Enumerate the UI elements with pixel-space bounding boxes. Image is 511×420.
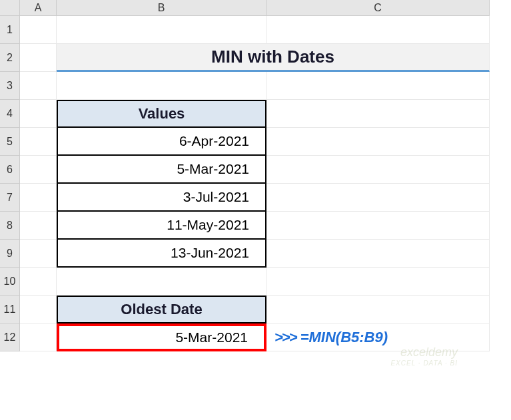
cell-a2[interactable] xyxy=(20,44,57,72)
formula-text: =MIN(B5:B9) xyxy=(300,329,388,346)
cell-a10[interactable] xyxy=(20,268,57,296)
cell-a9[interactable] xyxy=(20,240,57,268)
row-header-5[interactable]: 5 xyxy=(0,128,20,156)
col-header-a[interactable]: A xyxy=(20,0,57,16)
value-cell-1[interactable]: 6-Apr-2021 xyxy=(57,128,266,156)
spreadsheet-grid: A B C 1 2 MIN with Dates 3 4 Values 5 6-… xyxy=(0,0,490,351)
row-header-4[interactable]: 4 xyxy=(0,100,20,128)
cell-c3[interactable] xyxy=(266,72,490,100)
row-header-12[interactable]: 12 xyxy=(0,323,20,351)
value-cell-5[interactable]: 13-Jun-2021 xyxy=(57,240,266,268)
watermark-sub: EXCEL · DATA · BI xyxy=(390,359,458,367)
cell-c8[interactable] xyxy=(266,212,490,240)
cell-c9[interactable] xyxy=(266,240,490,268)
result-header[interactable]: Oldest Date xyxy=(57,296,266,323)
title-cell[interactable]: MIN with Dates xyxy=(57,44,490,72)
col-header-c[interactable]: C xyxy=(266,0,490,16)
arrow-prefix: >>> xyxy=(274,329,296,346)
cell-a3[interactable] xyxy=(20,72,57,100)
row-header-11[interactable]: 11 xyxy=(0,296,20,323)
cell-a4[interactable] xyxy=(20,100,57,128)
cell-a11[interactable] xyxy=(20,296,57,323)
cell-a5[interactable] xyxy=(20,128,57,156)
cell-a12[interactable] xyxy=(20,323,57,351)
row-header-6[interactable]: 6 xyxy=(0,156,20,184)
row-header-8[interactable]: 8 xyxy=(0,212,20,240)
cell-c7[interactable] xyxy=(266,184,490,212)
cell-b10[interactable] xyxy=(57,268,266,296)
cell-b3[interactable] xyxy=(57,72,266,100)
cell-c4[interactable] xyxy=(266,100,490,128)
row-header-3[interactable]: 3 xyxy=(0,72,20,100)
result-cell[interactable]: 5-Mar-2021 xyxy=(57,323,266,351)
cell-c10[interactable] xyxy=(266,268,490,296)
value-cell-4[interactable]: 11-May-2021 xyxy=(57,212,266,240)
cell-b1[interactable] xyxy=(57,16,266,44)
col-header-b[interactable]: B xyxy=(57,0,266,16)
select-all-corner[interactable] xyxy=(0,0,20,16)
row-header-2[interactable]: 2 xyxy=(0,44,20,72)
value-cell-3[interactable]: 3-Jul-2021 xyxy=(57,184,266,212)
watermark-main: exceldemy xyxy=(390,345,458,359)
cell-a7[interactable] xyxy=(20,184,57,212)
cell-c5[interactable] xyxy=(266,128,490,156)
cell-c6[interactable] xyxy=(266,156,490,184)
cell-c1[interactable] xyxy=(266,16,490,44)
row-header-9[interactable]: 9 xyxy=(0,240,20,268)
row-header-7[interactable]: 7 xyxy=(0,184,20,212)
value-cell-2[interactable]: 5-Mar-2021 xyxy=(57,156,266,184)
cell-a8[interactable] xyxy=(20,212,57,240)
watermark: exceldemy EXCEL · DATA · BI xyxy=(390,345,458,367)
row-header-1[interactable]: 1 xyxy=(0,16,20,44)
values-header[interactable]: Values xyxy=(57,100,266,128)
cell-a1[interactable] xyxy=(20,16,57,44)
row-header-10[interactable]: 10 xyxy=(0,268,20,296)
cell-c11[interactable] xyxy=(266,296,490,323)
cell-a6[interactable] xyxy=(20,156,57,184)
